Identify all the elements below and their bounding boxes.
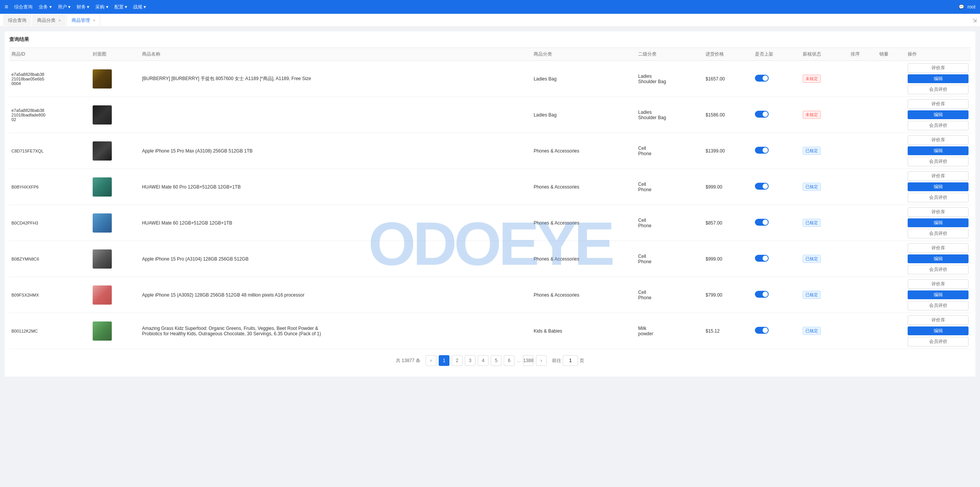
menu-icon[interactable]: ≡ bbox=[5, 3, 8, 10]
product-image bbox=[93, 69, 112, 89]
product-id-text: B00112K2MC bbox=[11, 329, 46, 333]
pagination-page-6[interactable]: 6 bbox=[504, 355, 514, 366]
review-btn[interactable]: 评价库 bbox=[908, 207, 969, 217]
review-btn[interactable]: 评价库 bbox=[908, 63, 969, 73]
review-btn[interactable]: 评价库 bbox=[908, 243, 969, 253]
message-icon[interactable]: 💬 bbox=[959, 4, 964, 10]
member-review-btn[interactable]: 会员评价 bbox=[908, 85, 969, 94]
cell-id: e7a5a8828bab3821018bae05e6b50004 bbox=[9, 61, 90, 97]
cell-subcategory: Ladies Shoulder Bag bbox=[636, 61, 703, 97]
nav-item-purchase[interactable]: 采购 ▾ bbox=[95, 4, 108, 10]
edit-btn[interactable]: 编辑 bbox=[908, 146, 969, 155]
cell-price: $799.00 bbox=[703, 277, 753, 313]
edit-btn[interactable]: 编辑 bbox=[908, 290, 969, 299]
cell-subcategory: Cell Phone bbox=[636, 133, 703, 169]
action-buttons: 评价库 编辑 会员评价 bbox=[908, 315, 969, 346]
th-name: 商品名称 bbox=[140, 48, 531, 61]
product-image bbox=[93, 249, 112, 269]
edit-btn[interactable]: 编辑 bbox=[908, 74, 969, 83]
edit-btn[interactable]: 编辑 bbox=[908, 218, 969, 227]
pagination-goto-input[interactable] bbox=[563, 355, 578, 366]
cell-actions: 评价库 编辑 会员评价 bbox=[905, 97, 971, 133]
member-review-btn[interactable]: 会员评价 bbox=[908, 121, 969, 130]
nav-item-finance[interactable]: 财务 ▾ bbox=[77, 4, 89, 10]
cell-name: Apple iPhone 15 (A3092) 128GB 256GB 512G… bbox=[140, 277, 531, 313]
cell-subcategory: Cell Phone bbox=[636, 241, 703, 277]
cell-onshelf bbox=[753, 241, 800, 277]
tab-product-category-close[interactable]: × bbox=[59, 18, 61, 23]
member-review-btn[interactable]: 会员评价 bbox=[908, 157, 969, 166]
th-onshelf: 是否上架 bbox=[753, 48, 800, 61]
toggle-onshelf[interactable] bbox=[755, 327, 769, 334]
cell-onshelf bbox=[753, 205, 800, 241]
tab-general-query[interactable]: 综合查询 bbox=[3, 15, 31, 26]
top-navigation: ≡ 综合查询 业务 ▾ 用户 ▾ 财务 ▾ 采购 ▾ 配置 ▾ 战规 ▾ 💬 r… bbox=[0, 0, 980, 14]
product-id-text: C8D71SFE7XQL bbox=[11, 149, 46, 153]
cell-price: $999.00 bbox=[703, 169, 753, 205]
table-header-row: 商品ID 封面图 商品名称 商品分类 二级分类 进货价格 是否上架 薪核状态 排… bbox=[9, 48, 971, 61]
table-row: B0BZYMN8C6 Apple iPhone 15 Pro (A3104) 1… bbox=[9, 241, 971, 277]
nav-item-business[interactable]: 业务 ▾ bbox=[39, 4, 51, 10]
cell-id: C8D71SFE7XQL bbox=[9, 133, 90, 169]
toggle-onshelf[interactable] bbox=[755, 183, 769, 190]
cell-cover bbox=[90, 313, 140, 349]
toggle-onshelf[interactable] bbox=[755, 147, 769, 154]
cell-sort bbox=[848, 277, 877, 313]
review-btn[interactable]: 评价库 bbox=[908, 315, 969, 325]
audit-badge: 已核定 bbox=[803, 255, 821, 263]
member-review-btn[interactable]: 会员评价 bbox=[908, 337, 969, 346]
member-review-btn[interactable]: 会员评价 bbox=[908, 265, 969, 274]
action-buttons: 评价库 编辑 会员评价 bbox=[908, 243, 969, 274]
member-review-btn[interactable]: 会员评价 bbox=[908, 301, 969, 310]
toggle-onshelf[interactable] bbox=[755, 255, 769, 262]
tab-product-management-close[interactable]: × bbox=[93, 18, 95, 23]
pagination: 共 13877 条 ‹ 1 2 3 4 5 6 ... 1388 › 前往 页 bbox=[9, 349, 971, 372]
cell-sort bbox=[848, 205, 877, 241]
nav-brand[interactable]: 综合查询 bbox=[14, 4, 33, 10]
member-review-btn[interactable]: 会员评价 bbox=[908, 229, 969, 238]
pagination-last[interactable]: 1388 bbox=[523, 355, 534, 366]
product-image bbox=[93, 285, 112, 305]
pagination-prev[interactable]: ‹ bbox=[426, 355, 436, 366]
product-name-text: Apple iPhone 15 Pro (A3104) 128GB 256GB … bbox=[142, 256, 326, 262]
cell-id: B0CD42PFH3 bbox=[9, 205, 90, 241]
toggle-onshelf[interactable] bbox=[755, 219, 769, 226]
cell-category: Kids & Babies bbox=[531, 313, 636, 349]
pagination-page-3[interactable]: 3 bbox=[465, 355, 475, 366]
pagination-page-5[interactable]: 5 bbox=[491, 355, 501, 366]
pagination-next[interactable]: › bbox=[536, 355, 547, 366]
th-price: 进货价格 bbox=[703, 48, 753, 61]
edit-btn[interactable]: 编辑 bbox=[908, 254, 969, 263]
review-btn[interactable]: 评价库 bbox=[908, 135, 969, 145]
pagination-total: 共 13877 条 bbox=[396, 357, 420, 364]
cell-price: $857.00 bbox=[703, 205, 753, 241]
review-btn[interactable]: 评价库 bbox=[908, 99, 969, 109]
product-id-text: e7a5a8828bab3821018badfade80002 bbox=[11, 108, 46, 122]
tab-product-management[interactable]: 商品管理 × bbox=[67, 15, 100, 26]
toggle-onshelf[interactable] bbox=[755, 75, 769, 82]
cell-sales bbox=[877, 169, 906, 205]
collapse-icon[interactable]: ⇲ bbox=[972, 17, 977, 23]
cell-category: Ladies Bag bbox=[531, 61, 636, 97]
review-btn[interactable]: 评价库 bbox=[908, 279, 969, 289]
nav-item-user[interactable]: 用户 ▾ bbox=[58, 4, 70, 10]
edit-btn[interactable]: 编辑 bbox=[908, 326, 969, 335]
cell-sales bbox=[877, 97, 906, 133]
toggle-onshelf[interactable] bbox=[755, 111, 769, 118]
edit-btn[interactable]: 编辑 bbox=[908, 182, 969, 191]
pagination-page-4[interactable]: 4 bbox=[478, 355, 488, 366]
th-actions: 操作 bbox=[905, 48, 971, 61]
pagination-page-2[interactable]: 2 bbox=[452, 355, 462, 366]
cell-id: e7a5a8828bab3821018badfade80002 bbox=[9, 97, 90, 133]
toggle-onshelf[interactable] bbox=[755, 291, 769, 298]
cell-audit: 未核定 bbox=[800, 97, 848, 133]
nav-item-config[interactable]: 配置 ▾ bbox=[114, 4, 127, 10]
edit-btn[interactable]: 编辑 bbox=[908, 110, 969, 119]
pagination-page-1[interactable]: 1 bbox=[439, 355, 449, 366]
review-btn[interactable]: 评价库 bbox=[908, 171, 969, 181]
tab-product-category[interactable]: 商品分类 × bbox=[32, 15, 66, 26]
action-buttons: 评价库 编辑 会员评价 bbox=[908, 99, 969, 130]
member-review-btn[interactable]: 会员评价 bbox=[908, 193, 969, 202]
cell-sales bbox=[877, 313, 906, 349]
nav-item-strategy[interactable]: 战规 ▾ bbox=[133, 4, 146, 10]
